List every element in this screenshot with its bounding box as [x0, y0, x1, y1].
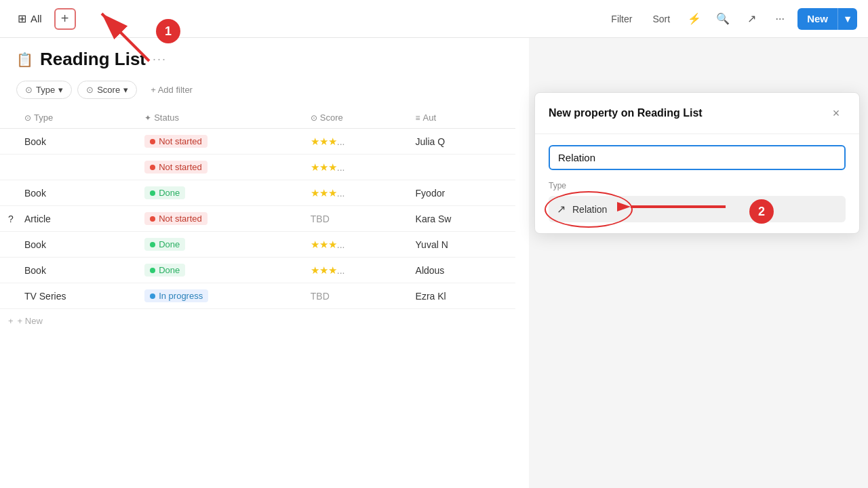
relation-type-label: Relation: [572, 204, 607, 215]
cell-author: Aldous: [408, 258, 515, 283]
new-property-panel: New property on Reading List × Type ↗ Re…: [534, 92, 860, 234]
status-dot: [150, 268, 155, 273]
cell-status: Done: [136, 232, 302, 258]
type-filter-chevron: ▾: [58, 85, 63, 95]
cell-score: ★★★...: [302, 129, 408, 155]
cell-type: Article: [16, 206, 136, 232]
tab-all-label: All: [31, 13, 42, 24]
sort-button[interactable]: Sort: [646, 9, 677, 28]
panel-title: New property on Reading List: [549, 107, 703, 119]
cell-name: [0, 155, 16, 180]
cell-name: [0, 232, 16, 258]
status-dot: [150, 190, 155, 196]
filter-type-pill[interactable]: ⊙ Type ▾: [16, 81, 72, 99]
status-badge: Done: [144, 264, 185, 277]
cell-name: [0, 283, 16, 309]
cell-name: ?: [0, 206, 16, 232]
new-button[interactable]: New ▾: [797, 8, 857, 30]
filter-label: Filter: [611, 14, 632, 24]
table-header-row: ⊙Type ✦Status ⊙Score ≡Aut: [0, 107, 515, 129]
more-icon[interactable]: ···: [769, 8, 791, 30]
panel-close-button[interactable]: ×: [827, 104, 846, 123]
stars: ★★★: [311, 161, 337, 173]
new-button-arrow[interactable]: ▾: [837, 8, 857, 30]
status-badge: Not started: [144, 212, 208, 225]
grid-icon: ⊞: [18, 12, 26, 25]
filter-button[interactable]: Filter: [604, 9, 639, 28]
table-row: BookDone★★★...Yuval N: [0, 232, 515, 258]
cell-score: ★★★...: [302, 232, 408, 258]
type-section-label: Type: [549, 181, 846, 190]
relation-icon: ↗: [557, 203, 566, 216]
cell-score: ★★★...: [302, 180, 408, 206]
data-table-wrapper: ⊙Type ✦Status ⊙Score ≡Aut: [0, 107, 515, 333]
add-filter-button[interactable]: + Add filter: [142, 81, 201, 98]
type-col-icon: ⊙: [24, 113, 31, 123]
score-filter-icon: ⊙: [86, 85, 94, 95]
score-filter-label: Score: [97, 85, 120, 95]
search-icon[interactable]: 🔍: [712, 8, 734, 30]
score-filter-chevron: ▾: [123, 85, 128, 95]
table-row: TV SeriesIn progressTBDEzra Kl: [0, 283, 515, 309]
cell-status: Done: [136, 180, 302, 206]
table-row: BookDone★★★...Aldous: [0, 258, 515, 283]
property-name-input-wrapper: [549, 145, 846, 170]
cell-type: Book: [16, 258, 136, 283]
stars: ★★★: [311, 239, 337, 250]
col-header-status[interactable]: ✦Status: [136, 107, 302, 129]
status-dot: [150, 216, 155, 222]
cell-author: Ezra Kl: [408, 283, 515, 309]
new-button-label: New: [797, 8, 837, 29]
cell-score: ★★★...: [302, 258, 408, 283]
cell-author: Fyodor: [408, 180, 515, 206]
cell-name: [0, 258, 16, 283]
sort-label: Sort: [652, 14, 670, 24]
cell-author: Kara Sw: [408, 206, 515, 232]
status-col-icon: ✦: [144, 113, 151, 123]
status-badge: Done: [144, 238, 185, 251]
link-icon[interactable]: ↗: [741, 8, 762, 30]
toolbar-right: Filter Sort ⚡ 🔍 ↗ ··· New ▾: [604, 8, 857, 30]
author-col-icon: ≡: [416, 113, 420, 123]
panel-overlay: New property on Reading List × Type ↗ Re…: [529, 38, 868, 488]
status-dot: [150, 242, 155, 247]
add-filter-label: + Add filter: [151, 85, 193, 95]
stars: ★★★: [311, 187, 337, 199]
lightning-icon[interactable]: ⚡: [684, 8, 705, 30]
col-header-author[interactable]: ≡Aut: [408, 107, 515, 129]
cell-score: TBD: [302, 206, 408, 232]
cell-score: ★★★...: [302, 155, 408, 180]
table-body: BookNot started★★★...Julia QNot started★…: [0, 129, 515, 309]
cell-status: Not started: [136, 155, 302, 180]
tab-all[interactable]: ⊞ All: [11, 8, 49, 29]
score-col-icon: ⊙: [311, 113, 317, 123]
add-new-row-button[interactable]: + + New: [0, 309, 515, 333]
filter-score-pill[interactable]: ⊙ Score ▾: [77, 81, 137, 99]
page-menu[interactable]: ···: [153, 52, 167, 66]
cell-author: Yuval N: [408, 232, 515, 258]
panel-header: New property on Reading List ×: [535, 93, 859, 134]
table-row: Not started★★★...: [0, 155, 515, 180]
page-title: Reading List: [40, 49, 146, 70]
add-view-button[interactable]: +: [54, 8, 76, 30]
status-badge: Not started: [144, 135, 208, 148]
col-header-score[interactable]: ⊙Score: [302, 107, 408, 129]
data-table: ⊙Type ✦Status ⊙Score ≡Aut: [0, 107, 515, 309]
relation-type-option[interactable]: ↗ Relation: [549, 196, 846, 222]
cell-name: [0, 129, 16, 155]
cell-status: Not started: [136, 206, 302, 232]
property-name-input[interactable]: [558, 152, 836, 163]
status-badge: In progress: [144, 289, 208, 302]
cell-status: In progress: [136, 283, 302, 309]
table-row: BookNot started★★★...Julia Q: [0, 129, 515, 155]
col-header-type[interactable]: ⊙Type: [16, 107, 136, 129]
cell-status: Not started: [136, 129, 302, 155]
col-header-name: [0, 107, 16, 129]
status-badge: Done: [144, 186, 185, 199]
cell-name: [0, 180, 16, 206]
cell-type: [16, 155, 136, 180]
toolbar: ⊞ All + Filter Sort ⚡ 🔍 ↗ ··· New ▾: [0, 0, 868, 38]
type-filter-label: Type: [36, 85, 55, 95]
status-badge: Not started: [144, 161, 208, 174]
table-row: ?ArticleNot startedTBDKara Sw: [0, 206, 515, 232]
